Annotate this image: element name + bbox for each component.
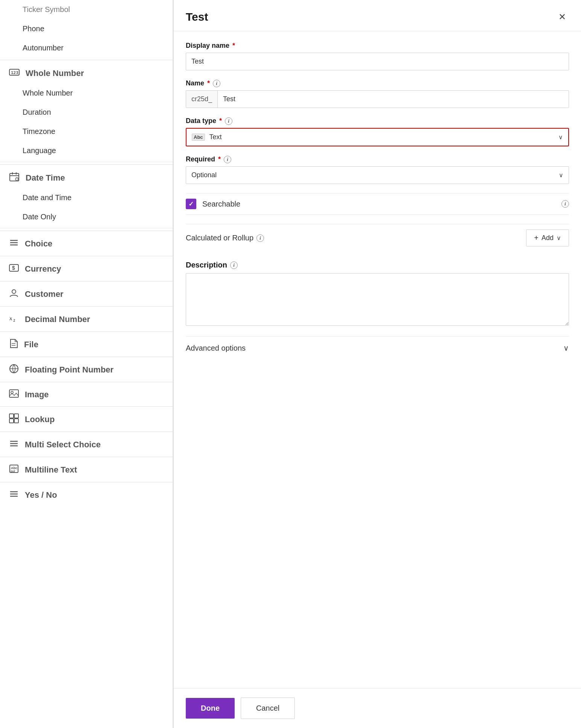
- category-floating-point-label: Floating Point Number: [25, 365, 114, 375]
- currency-icon: $: [9, 263, 19, 275]
- customer-icon: [9, 288, 19, 300]
- calc-row: Calculated or Rollup i + Add ∨: [186, 224, 569, 252]
- category-choice[interactable]: Choice: [0, 231, 173, 254]
- data-type-group: Data type * i Abc Text ∨: [186, 117, 569, 146]
- category-lookup-label: Lookup: [25, 415, 55, 424]
- whole-number-icon: 123: [9, 67, 20, 80]
- lookup-icon: [9, 413, 19, 426]
- list-item-timezone[interactable]: Timezone: [0, 122, 173, 141]
- svg-rect-2: [10, 173, 19, 181]
- searchable-info-icon[interactable]: i: [561, 200, 569, 208]
- category-multiline-text[interactable]: Abc def Multiline Text: [0, 457, 173, 480]
- required-chevron-icon: ∨: [559, 172, 563, 179]
- floating-point-icon: [9, 364, 19, 376]
- required-label: Required * i: [186, 155, 569, 163]
- display-name-required: *: [232, 42, 235, 50]
- list-item-whole-number[interactable]: Whole Number: [0, 84, 173, 103]
- data-type-required: *: [219, 117, 222, 125]
- list-item[interactable]: Ticker Symbol: [0, 0, 173, 19]
- abc-icon: Abc: [192, 134, 205, 141]
- category-whole-number: 123 Whole Number: [0, 60, 173, 84]
- description-textarea[interactable]: [186, 273, 569, 326]
- advanced-options-label: Advanced options: [186, 344, 246, 353]
- calc-info-icon[interactable]: i: [256, 234, 264, 242]
- category-yes-no[interactable]: Yes / No: [0, 482, 173, 505]
- category-whole-number-label: Whole Number: [26, 68, 84, 78]
- right-panel: Test ✕ Display name * Name * i c: [173, 0, 581, 728]
- name-group: Name * i cr25d_: [186, 79, 569, 108]
- panel-body: Display name * Name * i cr25d_: [174, 31, 581, 688]
- data-type-chevron-icon: ∨: [558, 134, 563, 141]
- list-item-language[interactable]: Language: [0, 141, 173, 160]
- file-icon: [9, 339, 18, 351]
- add-label: Add: [542, 234, 554, 242]
- category-currency-label: Currency: [25, 264, 61, 274]
- display-name-input[interactable]: [186, 53, 569, 70]
- searchable-label: Searchable: [202, 200, 555, 208]
- left-panel: Ticker Symbol Phone Autonumber 123 Whole…: [0, 0, 173, 728]
- data-type-info-icon[interactable]: i: [225, 117, 232, 125]
- name-required: *: [207, 79, 210, 87]
- required-value: Optional: [191, 171, 217, 179]
- svg-rect-21: [9, 390, 18, 397]
- name-input[interactable]: [218, 91, 569, 108]
- description-info-icon[interactable]: i: [230, 261, 238, 269]
- svg-rect-26: [14, 419, 18, 423]
- data-type-dropdown[interactable]: Abc Text ∨: [186, 128, 569, 146]
- category-customer[interactable]: Customer: [0, 281, 173, 304]
- category-lookup[interactable]: Lookup: [0, 406, 173, 429]
- required-group: Required * i Optional ∨: [186, 155, 569, 184]
- data-type-value: Text: [209, 133, 222, 141]
- image-icon: [9, 389, 19, 400]
- date-time-icon: [9, 172, 20, 184]
- required-dropdown[interactable]: Optional ∨: [186, 166, 569, 184]
- yes-no-icon: [9, 489, 19, 501]
- add-chevron-icon: ∨: [557, 234, 561, 242]
- panel-title: Test: [186, 11, 208, 23]
- required-info-icon[interactable]: i: [224, 156, 231, 163]
- svg-rect-25: [9, 419, 14, 423]
- multiline-text-icon: Abc def: [9, 464, 19, 476]
- category-decimal-number[interactable]: x 2 Decimal Number: [0, 306, 173, 329]
- name-info-icon[interactable]: i: [213, 80, 220, 87]
- category-date-time-label: Date Time: [26, 173, 65, 183]
- category-multi-select[interactable]: Multi Select Choice: [0, 432, 173, 454]
- category-currency[interactable]: $ Currency: [0, 256, 173, 279]
- category-file[interactable]: File: [0, 331, 173, 354]
- list-item-date-and-time[interactable]: Date and Time: [0, 188, 173, 207]
- done-button[interactable]: Done: [186, 698, 235, 719]
- cancel-button[interactable]: Cancel: [241, 698, 295, 719]
- category-decimal-number-label: Decimal Number: [25, 315, 90, 324]
- decimal-number-icon: x 2: [9, 313, 19, 325]
- description-section: Description i: [186, 261, 569, 327]
- advanced-options-chevron-icon: ∨: [563, 343, 569, 353]
- svg-point-14: [12, 290, 16, 293]
- category-floating-point[interactable]: Floating Point Number: [0, 357, 173, 380]
- svg-rect-24: [14, 414, 18, 418]
- searchable-row: Searchable i: [186, 193, 569, 215]
- close-button[interactable]: ✕: [555, 11, 569, 23]
- display-name-group: Display name *: [186, 42, 569, 70]
- add-button[interactable]: + Add ∨: [526, 229, 569, 246]
- choice-icon: [9, 238, 19, 250]
- panel-footer: Done Cancel: [174, 688, 581, 728]
- list-item-autonumber[interactable]: Autonumber: [0, 38, 173, 58]
- panel-header: Test ✕: [174, 0, 581, 31]
- svg-rect-23: [9, 414, 14, 418]
- svg-text:2: 2: [13, 318, 15, 322]
- add-plus-icon: +: [534, 234, 539, 242]
- category-multi-select-label: Multi Select Choice: [25, 440, 101, 450]
- searchable-checkbox[interactable]: [186, 199, 196, 209]
- name-label: Name * i: [186, 79, 569, 87]
- calc-label: Calculated or Rollup i: [186, 234, 264, 242]
- list-item-date-only[interactable]: Date Only: [0, 207, 173, 226]
- category-image[interactable]: Image: [0, 382, 173, 404]
- name-prefix: cr25d_: [186, 91, 218, 108]
- multi-select-icon: [9, 439, 19, 451]
- data-type-label: Data type * i: [186, 117, 569, 125]
- advanced-options-row[interactable]: Advanced options ∨: [186, 336, 569, 359]
- svg-text:$: $: [12, 265, 15, 271]
- list-item-phone[interactable]: Phone: [0, 19, 173, 38]
- list-item-duration[interactable]: Duration: [0, 103, 173, 122]
- description-label: Description i: [186, 261, 569, 269]
